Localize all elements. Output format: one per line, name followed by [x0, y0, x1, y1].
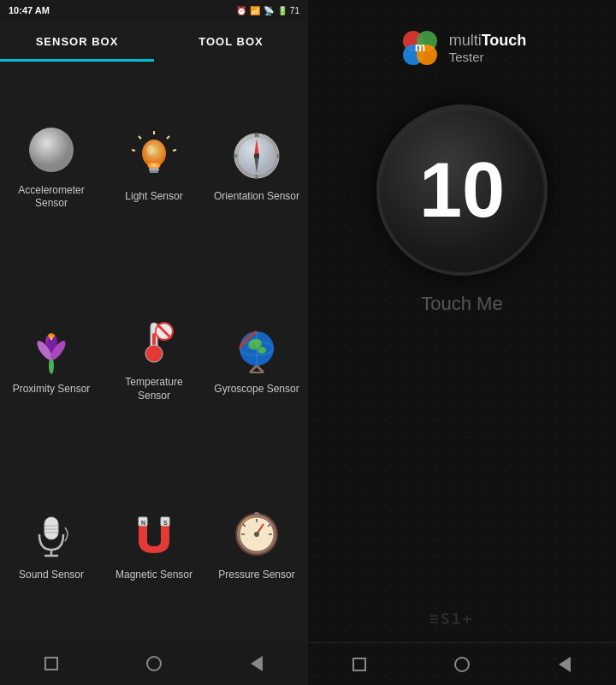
logo-touch-span: Touch [482, 32, 527, 49]
svg-point-29 [51, 334, 55, 337]
sound-label: Sound Sensor [19, 569, 84, 582]
circle-icon [146, 656, 162, 671]
nav-home-btn[interactable] [142, 652, 166, 676]
accelerometer-icon [24, 122, 79, 177]
logo-icon: m [398, 26, 442, 70]
wifi-icon: 📡 [264, 6, 274, 15]
temperature-label: Temperature Sensor [110, 376, 198, 402]
svg-point-14 [254, 153, 259, 158]
logo-multi-span: multi [449, 32, 482, 49]
svg-line-3 [132, 150, 135, 151]
bottom-nav-right [308, 642, 616, 685]
proximity-icon [24, 321, 79, 376]
svg-point-33 [148, 348, 160, 360]
svg-text:N: N [255, 133, 258, 138]
back-icon-right [559, 657, 571, 672]
svg-rect-63 [254, 512, 259, 516]
touch-circle[interactable]: 10 [376, 104, 548, 276]
tab-bar: SENSOR BOX TOOL BOX [0, 21, 308, 62]
sensor-item-proximity[interactable]: Proximity Sensor [0, 263, 103, 456]
svg-point-41 [258, 347, 266, 354]
multitouch-panel[interactable]: m multiTouch Tester 10 Touch Me [308, 0, 616, 685]
sensor-item-light[interactable]: Light Sensor [103, 70, 205, 263]
logo-tester: Tester [449, 50, 527, 64]
square-icon [44, 657, 58, 670]
svg-point-0 [29, 128, 74, 172]
nav-square-btn-right[interactable] [347, 652, 371, 676]
app-container: 10:47 AM ⏰ 📶 📡 🔋 71 SENSOR BOX TOOL BOX [0, 0, 616, 685]
status-icons: ⏰ 📶 📡 🔋 71 [236, 6, 299, 15]
status-time: 10:47 AM [9, 5, 50, 15]
svg-text:S: S [163, 520, 168, 526]
svg-rect-8 [150, 170, 158, 173]
touch-count: 10 [419, 152, 505, 229]
tab-sensor-box[interactable]: SENSOR BOX [0, 21, 154, 62]
sensor-item-accelerometer[interactable]: Accelerometer Sensor [0, 70, 103, 263]
sensor-box-panel: 10:47 AM ⏰ 📶 📡 🔋 71 SENSOR BOX TOOL BOX [0, 0, 308, 685]
orientation-label: Orientation Sensor [214, 190, 299, 204]
sensor-item-pressure[interactable]: Pressure Sensor [205, 455, 308, 634]
touch-me-label: Touch Me [421, 293, 502, 315]
brand-text: ≡S1+ [428, 605, 496, 634]
nav-back-btn-right[interactable] [553, 652, 577, 676]
pressure-icon [229, 507, 284, 562]
svg-line-4 [167, 136, 169, 139]
multitouch-content: m multiTouch Tester 10 Touch Me [308, 0, 616, 642]
svg-text:m: m [414, 40, 424, 54]
tab-tool-box[interactable]: TOOL BOX [154, 21, 308, 62]
svg-text:E: E [277, 153, 281, 158]
sim-icon: 📶 [250, 6, 260, 15]
nav-home-btn-right[interactable] [450, 652, 474, 676]
gyroscope-icon [229, 321, 284, 376]
nav-square-btn[interactable] [39, 652, 63, 676]
bottom-nav-left [0, 642, 308, 685]
orientation-icon: N S W E [229, 128, 284, 183]
sensor-item-sound[interactable]: Sound Sensor [0, 455, 103, 634]
sound-icon [24, 507, 79, 562]
sensor-item-orientation[interactable]: N S W E Orientation Sensor [205, 70, 308, 263]
brand-area: ≡S1+ [308, 605, 616, 634]
svg-point-62 [254, 532, 259, 537]
sensor-item-gyroscope[interactable]: Gyroscope Sensor [205, 263, 308, 456]
svg-text:N: N [141, 520, 145, 526]
sensor-item-magnetic[interactable]: N S Magnetic Sensor [103, 455, 205, 634]
battery-icon: 🔋 71 [277, 6, 299, 15]
nav-back-btn[interactable] [245, 652, 269, 676]
svg-text:≡S1+: ≡S1+ [429, 610, 473, 628]
sensor-grid: Accelerometer Sensor [0, 62, 308, 642]
logo-multi: multiTouch [449, 32, 527, 50]
proximity-label: Proximity Sensor [13, 383, 91, 396]
magnetic-label: Magnetic Sensor [116, 569, 192, 582]
svg-line-37 [257, 366, 264, 372]
pressure-label: Pressure Sensor [218, 569, 294, 582]
status-bar: 10:47 AM ⏰ 📶 📡 🔋 71 [0, 0, 308, 21]
svg-line-5 [173, 150, 176, 151]
multitouch-logo: m multiTouch Tester [398, 26, 527, 70]
back-icon [251, 656, 263, 671]
gyroscope-label: Gyroscope Sensor [214, 383, 299, 396]
accelerometer-label: Accelerometer Sensor [7, 184, 96, 211]
sensor-item-temperature[interactable]: Temperature Sensor [103, 263, 205, 456]
svg-text:S: S [255, 174, 258, 179]
temperature-icon [127, 314, 181, 369]
svg-line-36 [250, 366, 257, 372]
light-label: Light Sensor [125, 190, 182, 204]
alarm-icon: ⏰ [236, 6, 246, 15]
light-icon [127, 128, 181, 183]
logo-text-block: multiTouch Tester [449, 32, 527, 64]
square-icon-right [352, 658, 366, 671]
magnetic-icon: N S [127, 507, 181, 562]
svg-text:W: W [233, 153, 238, 158]
svg-rect-44 [44, 517, 58, 539]
circle-icon-right [454, 657, 470, 672]
svg-line-2 [139, 136, 141, 139]
svg-point-9 [147, 145, 154, 155]
